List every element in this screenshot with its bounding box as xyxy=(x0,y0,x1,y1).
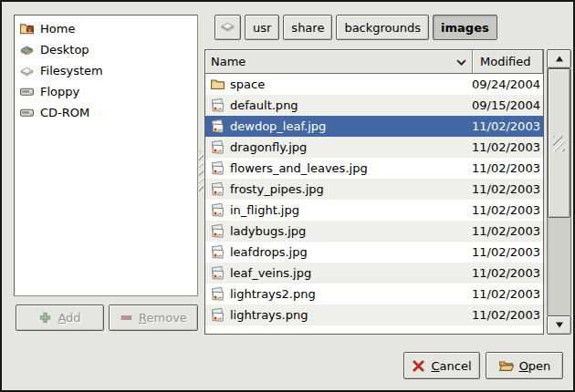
path-button-label: images xyxy=(441,21,489,35)
file-modified: 11/02/2003 xyxy=(472,161,543,175)
sidebar-item-desktop[interactable]: Desktop xyxy=(15,39,197,60)
image-file-icon xyxy=(210,265,225,281)
file-row-lightrays2-png[interactable]: lightrays2.png11/02/2003 xyxy=(205,284,543,304)
path-button-share[interactable]: share xyxy=(283,15,332,40)
image-file-icon xyxy=(210,181,225,197)
sidebar-item-cd-rom[interactable]: CD-ROM xyxy=(15,102,197,123)
file-name-cell: frosty_pipes.jpg xyxy=(205,181,472,197)
file-row-ladybugs-jpg[interactable]: ladybugs.jpg11/02/2003 xyxy=(205,221,543,242)
file-name: dewdop_leaf.jpg xyxy=(230,119,326,133)
cancel-button-label: Cancel xyxy=(431,359,471,373)
sidebar-item-label: Desktop xyxy=(40,43,89,57)
list-header: Name Modified xyxy=(205,50,543,74)
file-name: in_flight.jpg xyxy=(230,203,299,217)
open-button[interactable]: Open xyxy=(486,352,563,379)
file-modified: 11/02/2003 xyxy=(472,245,543,259)
scroll-down-button[interactable] xyxy=(547,315,571,335)
file-modified: 11/02/2003 xyxy=(472,140,543,154)
cancel-button[interactable]: Cancel xyxy=(403,352,480,379)
sidebar-item-floppy[interactable]: Floppy xyxy=(15,81,197,102)
file-modified: 11/02/2003 xyxy=(472,182,543,196)
places-sidebar: HomeDesktopFilesystemFloppyCD-ROM xyxy=(14,15,198,296)
pane-resize-handle[interactable] xyxy=(199,150,204,192)
path-button-images[interactable]: images xyxy=(433,15,497,40)
file-name-cell: default.png xyxy=(205,98,472,113)
file-row-in-flight-jpg[interactable]: in_flight.jpg11/02/2003 xyxy=(205,200,543,221)
file-modified: 11/02/2003 xyxy=(472,119,543,133)
cdrom-drive-icon xyxy=(19,105,35,120)
file-name-cell: lightrays.png xyxy=(205,307,472,323)
file-name-cell: dragonfly.jpg xyxy=(205,139,472,155)
file-row-space[interactable]: space09/24/2004 xyxy=(205,74,543,95)
file-chooser-dialog: HomeDesktopFilesystemFloppyCD-ROM usrsha… xyxy=(0,0,575,392)
file-row-flowers-and-leaves-jpg[interactable]: flowers_and_leaves.jpg11/02/2003 xyxy=(205,158,543,179)
file-modified: 09/15/2004 xyxy=(472,98,543,112)
file-name: flowers_and_leaves.jpg xyxy=(230,161,368,175)
image-file-icon xyxy=(210,202,225,218)
home-icon xyxy=(19,21,35,36)
sidebar-item-label: Filesystem xyxy=(40,64,103,77)
file-row-frosty-pipes-jpg[interactable]: frosty_pipes.jpg11/02/2003 xyxy=(205,179,543,200)
file-row-leafdrops-jpg[interactable]: leafdrops.jpg11/02/2003 xyxy=(205,242,543,263)
column-header-modified[interactable]: Modified xyxy=(473,50,543,74)
file-name-cell: ladybugs.jpg xyxy=(205,223,472,239)
file-name-cell: leaf_veins.jpg xyxy=(205,265,472,281)
scrollbar-thumb[interactable] xyxy=(548,68,570,218)
path-button-backgrounds[interactable]: backgrounds xyxy=(336,15,429,40)
file-name-cell: space xyxy=(205,77,472,92)
add-plus-icon xyxy=(38,311,52,325)
file-modified: 11/02/2003 xyxy=(472,266,543,280)
add-button[interactable]: Add xyxy=(16,304,104,331)
sidebar-item-label: Floppy xyxy=(40,85,79,98)
arrow-down-icon xyxy=(555,318,564,332)
add-button-label: Add xyxy=(58,311,80,325)
file-name-cell: in_flight.jpg xyxy=(205,202,472,218)
open-button-label: Open xyxy=(519,359,551,373)
column-header-name-label: Name xyxy=(211,55,246,68)
sort-indicator-icon xyxy=(456,55,466,68)
folder-icon xyxy=(210,77,225,92)
image-file-icon xyxy=(210,286,225,302)
image-file-icon xyxy=(210,98,225,113)
scrollbar-grip xyxy=(553,136,565,151)
image-file-icon xyxy=(210,307,225,323)
file-name-cell: lightrays2.png xyxy=(205,286,472,302)
file-name-cell: leafdrops.jpg xyxy=(205,244,472,260)
root-disk-icon xyxy=(220,18,235,36)
path-button-usr[interactable]: usr xyxy=(245,15,279,40)
file-modified: 11/02/2003 xyxy=(472,287,543,301)
floppy-drive-icon xyxy=(19,84,35,99)
sidebar-item-filesystem[interactable]: Filesystem xyxy=(15,60,197,81)
file-name: default.png xyxy=(230,98,298,112)
path-button-root[interactable] xyxy=(214,15,241,40)
column-header-modified-label: Modified xyxy=(480,55,530,68)
remove-button-label: Remove xyxy=(139,311,187,325)
column-header-name[interactable]: Name xyxy=(205,50,473,74)
scrollbar-trough[interactable] xyxy=(547,68,571,315)
file-modified: 11/02/2003 xyxy=(472,203,543,217)
path-button-label: usr xyxy=(253,21,271,35)
sidebar-item-label: CD-ROM xyxy=(40,106,89,119)
desktop-icon xyxy=(19,42,35,57)
arrow-up-icon xyxy=(555,52,564,66)
cancel-x-icon xyxy=(412,359,425,373)
path-button-label: share xyxy=(291,21,324,35)
vertical-scrollbar xyxy=(547,49,571,335)
file-name: dragonfly.jpg xyxy=(230,140,307,154)
file-row-dragonfly-jpg[interactable]: dragonfly.jpg11/02/2003 xyxy=(205,137,543,158)
image-file-icon xyxy=(210,160,225,176)
file-name: leaf_veins.jpg xyxy=(230,266,311,280)
remove-button[interactable]: Remove xyxy=(109,304,198,331)
remove-minus-icon xyxy=(120,311,133,325)
sidebar-item-home[interactable]: Home xyxy=(15,18,197,39)
file-list: Name Modified space09/24/2004default.png… xyxy=(204,49,544,335)
file-row-dewdop-leaf-jpg[interactable]: dewdop_leaf.jpg11/02/2003 xyxy=(205,116,543,137)
file-rows: space09/24/2004default.png09/15/2004dewd… xyxy=(205,74,543,325)
file-name: lightrays2.png xyxy=(230,287,316,301)
scroll-up-button[interactable] xyxy=(547,49,571,68)
file-row-default-png[interactable]: default.png09/15/2004 xyxy=(205,95,543,116)
file-row-leaf-veins-jpg[interactable]: leaf_veins.jpg11/02/2003 xyxy=(205,263,543,284)
image-file-icon xyxy=(210,119,225,134)
open-folder-icon xyxy=(498,358,514,374)
file-row-lightrays-png[interactable]: lightrays.png11/02/2003 xyxy=(205,304,543,325)
